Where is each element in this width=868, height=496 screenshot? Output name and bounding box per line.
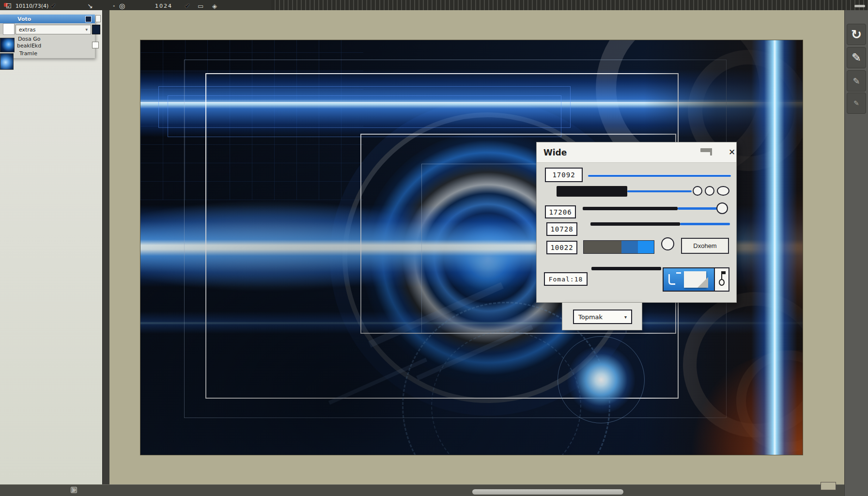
anchor-icon <box>719 279 725 286</box>
close-icon[interactable]: ✕ <box>727 147 737 157</box>
left-workspace-column <box>0 10 102 484</box>
apply-button[interactable]: Dxohem <box>681 238 729 254</box>
slider-track-1[interactable] <box>588 175 731 177</box>
mode-dropdown-value: Topmak <box>578 313 603 321</box>
chevron-down-icon: ▾ <box>624 314 627 320</box>
status-bar <box>0 484 844 496</box>
value-input-1[interactable] <box>545 168 583 182</box>
slider-blue-4[interactable] <box>680 223 730 225</box>
frame-icon[interactable]: ▭ <box>198 0 203 12</box>
toolbar-grip[interactable] <box>854 5 865 7</box>
anchor-icon-flag <box>722 271 726 274</box>
page-fold-icon <box>698 277 708 288</box>
crop-icon <box>668 274 675 285</box>
list-item[interactable]: Tramle <box>19 50 37 57</box>
slider-dark-3[interactable] <box>583 207 678 210</box>
mode-dropdown[interactable]: Topmak ▾ <box>573 310 632 324</box>
dialog-title: Wide <box>543 148 567 157</box>
target-icon[interactable]: ◎ <box>119 0 125 12</box>
check-icon-2[interactable]: ✔ <box>185 0 190 12</box>
dialog-sub-panel: Topmak ▾ <box>562 303 642 330</box>
wide-dialog: Wide ✕ Dxohem Fomal:18 <box>536 142 737 303</box>
tool-button-pencil[interactable]: ✎ <box>847 93 866 114</box>
horizontal-scrollbar[interactable] <box>472 489 623 495</box>
panel-dropdown-value: extras <box>19 27 35 33</box>
status-left-text: 10110/73(4) <box>16 0 48 12</box>
top-menu-bar <box>0 0 868 10</box>
tool-button-brush[interactable]: ✎ <box>847 47 866 68</box>
black-value-bar <box>557 186 627 197</box>
preview-widget[interactable] <box>663 267 729 292</box>
panel-dropdown[interactable]: extras ▾ <box>16 25 91 34</box>
diamond-icon[interactable]: ◈ <box>212 0 217 12</box>
value-input-4[interactable] <box>546 241 577 254</box>
tool-button-rotate[interactable]: ↻ <box>847 24 866 45</box>
pencil-icon: ✎ <box>853 99 859 107</box>
check-icon[interactable]: ✔ <box>50 0 56 12</box>
pen-icon: ✎ <box>852 76 860 86</box>
panel-collapse-button[interactable] <box>95 15 101 22</box>
panel-title: Voto <box>17 16 31 22</box>
image-thumbnail-2[interactable] <box>0 53 14 70</box>
panel-menu-button[interactable] <box>85 16 92 22</box>
radio-option-2[interactable] <box>705 186 714 196</box>
format-label: Fomal:18 <box>544 272 588 286</box>
panel-title-bar[interactable]: Voto <box>0 15 95 23</box>
status-checkbox-icon[interactable]: ☑ <box>6 0 12 12</box>
format-badge[interactable]: Jp <box>71 487 77 493</box>
list-item-checkbox[interactable] <box>92 42 99 48</box>
slider-dark-4[interactable] <box>590 222 680 226</box>
image-thumbnail-1[interactable] <box>0 38 15 52</box>
brush-icon: ✎ <box>852 51 861 64</box>
slider-dark-5[interactable] <box>591 267 661 270</box>
dot-icon: • <box>112 0 116 12</box>
radio-option-1[interactable] <box>693 186 702 196</box>
swatch-thumbnail-white[interactable] <box>3 23 15 35</box>
flag-icon[interactable] <box>700 148 714 156</box>
slider-track-2[interactable] <box>627 190 692 192</box>
workspace-divider <box>102 10 109 496</box>
rotate-icon: ↻ <box>851 27 862 42</box>
list-item[interactable]: Dosa Go <box>18 36 40 42</box>
gradient-slider-track[interactable] <box>583 240 654 254</box>
chevron-down-icon: ▾ <box>85 27 88 32</box>
tool-button-pen[interactable]: ✎ <box>847 70 866 92</box>
value-input-2[interactable] <box>545 205 576 218</box>
preview-segment-active[interactable] <box>664 268 714 291</box>
radio-option-3[interactable] <box>717 186 729 196</box>
value-input-3[interactable] <box>546 222 577 236</box>
list-item[interactable]: beaklEkd <box>17 43 41 49</box>
crop-icon-tick <box>676 272 681 274</box>
slider-handle-3[interactable] <box>716 202 728 214</box>
preview-segment-tool[interactable] <box>714 268 728 291</box>
status-center-text: 1024 <box>155 0 172 12</box>
app-window: Voto extras ▾ Dosa Go beaklEkd Tramle <box>0 0 868 496</box>
color-swatch[interactable] <box>92 25 100 34</box>
cursor-icon: ↘ <box>87 0 93 12</box>
slider-blue-3[interactable] <box>678 207 717 210</box>
status-corner-cell <box>821 482 836 490</box>
gradient-slider-handle[interactable] <box>661 237 674 250</box>
